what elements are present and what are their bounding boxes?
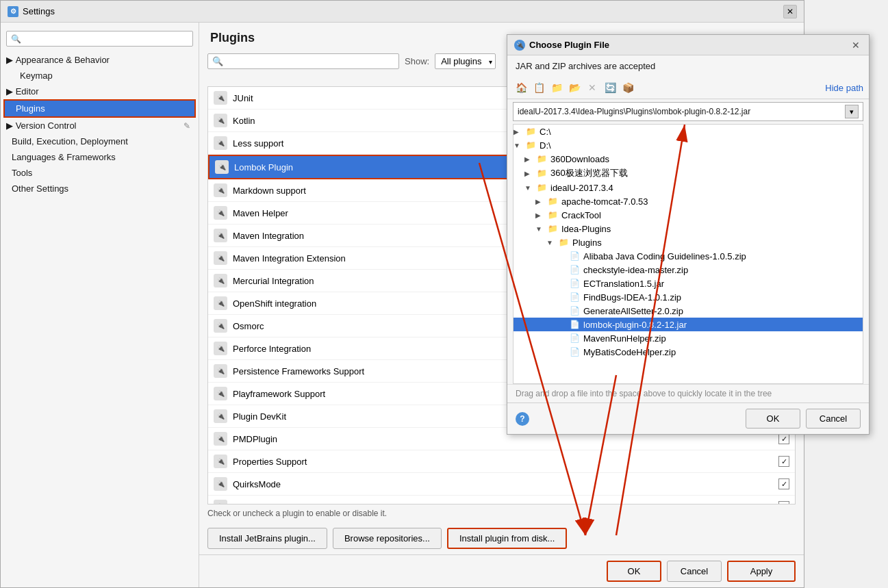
- plugin-icon: 🔌: [214, 319, 227, 333]
- plugin-list-item[interactable]: 🔌QuirksMode: [208, 473, 795, 496]
- sidebar-item-other[interactable]: Other Settings: [1, 181, 199, 196]
- tree-file-item[interactable]: 📄checkstyle-idea-master.zip: [513, 263, 863, 277]
- folder-icon: 📁: [546, 196, 559, 207]
- show-dropdown[interactable]: All plugins ▾: [435, 53, 496, 69]
- plugin-checkbox[interactable]: [778, 433, 789, 444]
- sidebar-item-label: Appearance & Behavior: [16, 55, 110, 65]
- sidebar-item-langs[interactable]: Languages & Frameworks: [1, 149, 199, 165]
- show-value: All plugins: [441, 56, 481, 66]
- tree-file-item[interactable]: 📄Alibaba Java Coding Guidelines-1.0.5.zi…: [513, 249, 863, 263]
- browse-repositories-button[interactable]: Browse repositories...: [333, 528, 442, 549]
- tree-label: FindBugs-IDEA-1.0.1.zip: [583, 292, 681, 303]
- plugin-list-item[interactable]: 🔌Rainbow Brackets: [208, 496, 795, 504]
- tree-label: lombok-plugin-0.8.2-12.jar: [583, 320, 687, 330]
- sidebar-item-tools[interactable]: Tools: [1, 165, 199, 181]
- sidebar-item-label: Version Control: [16, 120, 77, 131]
- tree-label: MavenRunHelper.zip: [583, 333, 666, 344]
- toolbar-delete-button: ✕: [584, 79, 600, 96]
- path-text: idealU-2017.3.4\Idea-Plugins\Plugins\lom…: [518, 107, 845, 116]
- file-tree[interactable]: ▶📁C:\▼📁D:\▶📁360Downloads▶📁360极速浏览器下载▼📁id…: [513, 124, 863, 384]
- install-jetbrains-button[interactable]: Install JetBrains plugin...: [207, 528, 327, 549]
- tree-folder-item[interactable]: ▼📁Plugins: [513, 235, 863, 249]
- plugin-name: PMDPlugin: [233, 434, 778, 444]
- file-icon: 📄: [568, 251, 581, 261]
- sidebar-search-input[interactable]: [24, 34, 188, 44]
- tree-file-item[interactable]: 📄FindBugs-IDEA-1.0.1.zip: [513, 290, 863, 304]
- plugin-checkbox[interactable]: [778, 478, 789, 489]
- tree-folder-item[interactable]: ▼📁idealU-2017.3.4: [513, 181, 863, 194]
- path-browse-button[interactable]: ▾: [845, 105, 859, 118]
- tree-file-item[interactable]: 📄MavenRunHelper.zip: [513, 331, 863, 345]
- toolbar-refresh-button[interactable]: 🔄: [602, 79, 618, 96]
- dialog-title-text: 🔌 Choose Plugin File: [514, 40, 609, 51]
- tree-file-item[interactable]: 📄ECTranslation1.5.jar: [513, 277, 863, 290]
- file-icon: 📄: [568, 278, 581, 289]
- help-button[interactable]: ?: [516, 412, 529, 426]
- folder-icon: 📁: [557, 237, 570, 248]
- dialog-close-button[interactable]: ✕: [850, 39, 862, 51]
- settings-apply-button[interactable]: Apply: [727, 561, 796, 582]
- tree-file-item[interactable]: 📄GenerateAllSetter-2.0.zip: [513, 304, 863, 318]
- tree-arrow-icon: ▼: [546, 239, 557, 246]
- toolbar-up-button[interactable]: 📂: [566, 79, 583, 96]
- plugin-icon: 🔌: [214, 500, 227, 504]
- tree-file-item[interactable]: 📄lombok-plugin-0.8.2-12.jar: [513, 318, 863, 331]
- dialog-ok-button[interactable]: OK: [746, 409, 800, 429]
- folder-icon: 📁: [535, 182, 548, 193]
- dropdown-arrow-icon: ▾: [489, 57, 492, 65]
- toolbar-expand-button[interactable]: 📦: [620, 79, 636, 96]
- tree-folder-item[interactable]: ▶📁360Downloads: [513, 152, 863, 166]
- toolbar-folder-button[interactable]: 📁: [548, 79, 565, 96]
- sidebar-item-editor[interactable]: ▶ Editor: [1, 84, 199, 99]
- choose-plugin-dialog: 🔌 Choose Plugin File ✕ JAR and ZIP archi…: [507, 34, 870, 435]
- plugin-checkbox[interactable]: [778, 456, 789, 467]
- tree-label: ECTranslation1.5.jar: [583, 279, 664, 289]
- tree-label: MyBatisCodeHelper.zip: [583, 347, 676, 357]
- tree-arrow-icon: ▶: [535, 212, 546, 219]
- sidebar-item-build[interactable]: Build, Execution, Deployment: [1, 133, 199, 149]
- tree-label: C:\: [540, 127, 551, 137]
- tree-label: CrackTool: [561, 210, 601, 220]
- tree-label: Idea-Plugins: [561, 224, 611, 234]
- install-from-disk-button[interactable]: Install plugin from disk...: [447, 528, 567, 549]
- plugin-search-input[interactable]: [226, 56, 394, 66]
- window-close-button[interactable]: ✕: [783, 5, 797, 18]
- file-icon: 📄: [568, 264, 581, 275]
- settings-ok-button[interactable]: OK: [607, 561, 661, 582]
- hide-path-link[interactable]: Hide path: [825, 83, 863, 93]
- sidebar-item-keymap[interactable]: Keymap: [1, 68, 199, 84]
- arrow-icon: ▶: [6, 86, 13, 97]
- sidebar-item-label: Build, Execution, Deployment: [12, 136, 128, 146]
- toolbar-home-button[interactable]: 🏠: [513, 79, 529, 96]
- plugin-name: Properties Support: [233, 457, 778, 467]
- tree-folder-item[interactable]: ▶📁360极速浏览器下载: [513, 166, 863, 181]
- tree-label: checkstyle-idea-master.zip: [583, 265, 688, 275]
- tree-folder-item[interactable]: ▶📁CrackTool: [513, 208, 863, 222]
- tree-folder-item[interactable]: ▶📁apache-tomcat-7.0.53: [513, 194, 863, 208]
- tree-label: Alibaba Java Coding Guidelines-1.0.5.zip: [583, 251, 746, 261]
- tree-folder-item[interactable]: ▼📁D:\: [513, 138, 863, 152]
- path-box: idealU-2017.3.4\Idea-Plugins\Plugins\lom…: [513, 102, 863, 121]
- sidebar-item-label: Languages & Frameworks: [12, 152, 116, 162]
- sidebar-search-box[interactable]: 🔍: [6, 31, 193, 47]
- folder-icon: 📁: [535, 153, 548, 164]
- check-note: Check or uncheck a plugin to enable or d…: [199, 504, 804, 522]
- sidebar-item-appearance[interactable]: ▶ Appearance & Behavior: [1, 52, 199, 68]
- sidebar-item-plugins[interactable]: Plugins: [5, 101, 194, 116]
- settings-cancel-button[interactable]: Cancel: [667, 561, 722, 582]
- tree-file-item[interactable]: 📄MyBatisCodeHelper.zip: [513, 345, 863, 359]
- sidebar-item-label: Editor: [16, 86, 39, 97]
- tree-label: GenerateAllSetter-2.0.zip: [583, 306, 683, 316]
- folder-icon: 📁: [524, 140, 537, 151]
- dialog-cancel-button[interactable]: Cancel: [806, 409, 861, 429]
- arrow-icon: ▶: [6, 120, 13, 131]
- toolbar-list-button[interactable]: 📋: [531, 79, 547, 96]
- tree-folder-item[interactable]: ▼📁Idea-Plugins: [513, 222, 863, 235]
- plugin-search-box[interactable]: 🔍: [207, 53, 399, 69]
- plugin-icon: 🔌: [214, 455, 227, 468]
- plugin-icon: 🔌: [214, 296, 227, 310]
- tree-folder-item[interactable]: ▶📁C:\: [513, 125, 863, 138]
- plugin-icon: 🔌: [214, 409, 227, 423]
- plugin-list-item[interactable]: 🔌Properties Support: [208, 450, 795, 473]
- sidebar-item-vcs[interactable]: ▶ Version Control ✎: [1, 118, 199, 133]
